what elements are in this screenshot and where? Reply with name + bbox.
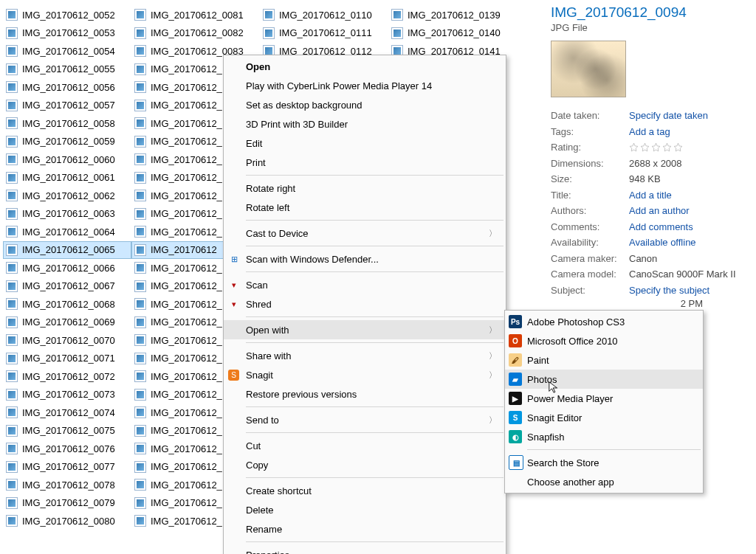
- ctx-create-shortcut[interactable]: Create shortcut: [224, 481, 506, 500]
- file-item[interactable]: IMG_20170612_0052: [3, 6, 131, 24]
- openwith-paint[interactable]: 🖌 Paint: [505, 350, 703, 370]
- ctx-open[interactable]: Open: [224, 57, 506, 76]
- ctx-cut[interactable]: Cut: [224, 436, 506, 455]
- details-value[interactable]: Add an author: [629, 205, 690, 216]
- file-item[interactable]: IMG_20170612_0064: [3, 223, 131, 241]
- separator: [246, 220, 504, 221]
- star-icon[interactable]: [662, 142, 672, 152]
- star-icon[interactable]: [640, 142, 650, 152]
- star-icon[interactable]: [629, 142, 639, 152]
- file-item[interactable]: IMG_20170612_0053: [3, 24, 131, 43]
- ctx-edit[interactable]: Edit: [224, 134, 506, 153]
- preview-thumbnail[interactable]: [551, 41, 626, 97]
- ctx-scan[interactable]: ▾ Scan: [224, 275, 506, 294]
- file-item[interactable]: IMG_20170612_0111: [260, 24, 388, 43]
- file-item[interactable]: IMG_20170612_0062: [3, 187, 131, 205]
- file-item[interactable]: IMG_20170612_0061: [3, 169, 131, 187]
- details-value[interactable]: Add comments: [629, 221, 693, 232]
- openwith-power-media-player[interactable]: ▶ Power Media Player: [505, 389, 703, 408]
- openwith-snagit-editor[interactable]: S Snagit Editor: [505, 408, 703, 427]
- file-item[interactable]: IMG_20170612_0066: [3, 259, 131, 277]
- file-item[interactable]: IMG_20170612_0058: [3, 114, 131, 133]
- file-item[interactable]: IMG_20170612_0059: [3, 133, 131, 151]
- ctx-restore-versions[interactable]: Restore previous versions: [224, 384, 506, 404]
- details-value: CanoScan 9000F Mark II: [629, 269, 736, 280]
- openwith-photoshop[interactable]: Ps Adobe Photoshop CS3: [505, 312, 703, 331]
- file-item[interactable]: IMG_20170612_0074: [3, 404, 131, 422]
- context-menu: Open Play with CyberLink Power Media Pla…: [223, 55, 506, 554]
- ctx-3d-print[interactable]: 3D Print with 3D Builder: [224, 114, 506, 134]
- file-item[interactable]: IMG_20170612_0067: [3, 277, 131, 296]
- ctx-shred[interactable]: ▾ Shred: [224, 294, 506, 314]
- file-item[interactable]: IMG_20170612_0071: [3, 350, 131, 368]
- file-name: IMG_20170612_0063: [22, 208, 115, 219]
- ctx-copy[interactable]: Copy: [224, 455, 506, 474]
- details-value[interactable]: Specify date taken: [629, 110, 708, 121]
- details-value: 948 KB: [629, 173, 661, 184]
- file-item[interactable]: IMG_20170612_0079: [3, 494, 131, 513]
- file-item[interactable]: IMG_20170612_0073: [3, 386, 131, 404]
- ctx-open-with[interactable]: Open with〉: [224, 320, 506, 339]
- separator: [246, 406, 504, 407]
- openwith-choose-another[interactable]: Choose another app: [505, 472, 703, 491]
- image-file-icon: [6, 208, 18, 220]
- star-icon[interactable]: [651, 142, 661, 152]
- file-item[interactable]: IMG_20170612_0054: [3, 42, 131, 60]
- ctx-windows-defender[interactable]: ⊞ Scan with Windows Defender...: [224, 249, 506, 269]
- ctx-snagit[interactable]: S Snagit〉: [224, 365, 506, 384]
- ctx-cast-to-device[interactable]: Cast to Device〉: [224, 224, 506, 243]
- details-value[interactable]: Available offline: [629, 237, 696, 248]
- details-row: Tags:Add a tag: [551, 124, 749, 140]
- file-item[interactable]: IMG_20170612_0065: [3, 241, 131, 260]
- openwith-office[interactable]: O Microsoft Office 2010: [505, 331, 703, 350]
- file-item[interactable]: IMG_20170612_0057: [3, 97, 131, 115]
- details-label: Subject:: [551, 285, 629, 296]
- separator: [246, 541, 504, 542]
- ctx-rotate-left[interactable]: Rotate left: [224, 198, 506, 217]
- file-item[interactable]: IMG_20170612_0081: [131, 6, 260, 24]
- details-value[interactable]: Add a tag: [629, 126, 670, 137]
- details-value[interactable]: Add a title: [629, 190, 672, 201]
- file-item[interactable]: IMG_20170612_0078: [3, 476, 131, 494]
- file-item[interactable]: IMG_20170612_0069: [3, 314, 131, 332]
- file-item[interactable]: IMG_20170612_0068: [3, 295, 131, 314]
- details-label: Camera maker:: [551, 253, 629, 264]
- file-item[interactable]: IMG_20170612_0055: [3, 60, 131, 79]
- file-item[interactable]: IMG_20170612_0056: [3, 78, 131, 97]
- openwith-snapfish[interactable]: ◐ Snapfish: [505, 427, 703, 446]
- ctx-send-to[interactable]: Send to〉: [224, 410, 506, 429]
- ctx-rename[interactable]: Rename: [224, 519, 506, 539]
- file-item[interactable]: IMG_20170612_0139: [388, 6, 517, 24]
- rating-stars[interactable]: [629, 142, 683, 152]
- file-name: IMG_20170612_0075: [22, 425, 115, 436]
- ctx-delete[interactable]: Delete: [224, 500, 506, 519]
- file-item[interactable]: IMG_20170612_0075: [3, 422, 131, 440]
- file-item[interactable]: IMG_20170612_0077: [3, 458, 131, 477]
- ctx-properties[interactable]: Properties: [224, 545, 506, 554]
- file-item[interactable]: IMG_20170612_0076: [3, 440, 131, 458]
- file-name: IMG_20170612_: [151, 226, 222, 238]
- file-item[interactable]: IMG_20170612_0072: [3, 367, 131, 386]
- file-item[interactable]: IMG_20170612_0140: [388, 24, 517, 43]
- image-file-icon: [134, 190, 146, 201]
- star-icon[interactable]: [673, 142, 683, 152]
- details-row: Authors:Add an author: [551, 203, 749, 219]
- file-item[interactable]: IMG_20170612_0070: [3, 331, 131, 350]
- file-name: IMG_20170612_0060: [22, 154, 115, 165]
- file-item[interactable]: IMG_20170612_0080: [3, 512, 131, 530]
- ctx-print[interactable]: Print: [224, 153, 506, 172]
- file-item[interactable]: IMG_20170612_0110: [260, 6, 388, 24]
- ctx-share-with[interactable]: Share with〉: [224, 346, 506, 365]
- openwith-search-store[interactable]: ▤ Search the Store: [505, 453, 703, 472]
- ctx-set-background[interactable]: Set as desktop background: [224, 95, 506, 114]
- file-item[interactable]: IMG_20170612_0063: [3, 205, 131, 224]
- image-file-icon: [134, 334, 146, 346]
- file-name: IMG_20170612_0070: [22, 335, 115, 346]
- details-value[interactable]: Specify the subject: [629, 285, 709, 296]
- file-item[interactable]: IMG_20170612_0082: [131, 24, 260, 43]
- ctx-play-cyberlink[interactable]: Play with CyberLink Power Media Player 1…: [224, 76, 506, 95]
- file-name: IMG_20170612_: [151, 154, 222, 165]
- openwith-photos[interactable]: ▰ Photos: [505, 370, 703, 389]
- ctx-rotate-right[interactable]: Rotate right: [224, 179, 506, 198]
- file-item[interactable]: IMG_20170612_0060: [3, 150, 131, 169]
